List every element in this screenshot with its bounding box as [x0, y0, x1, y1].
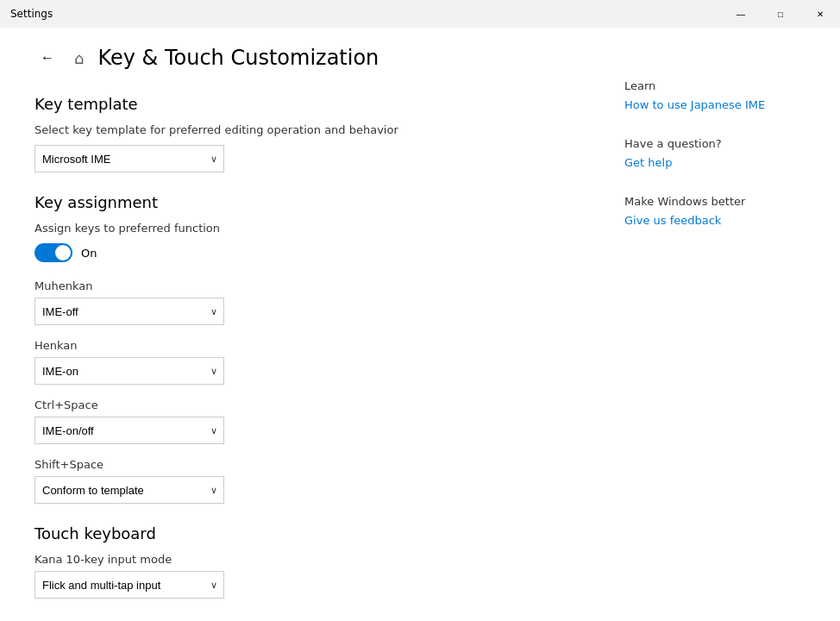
- sidebar-windows-title: Make Windows better: [624, 195, 814, 208]
- titlebar-controls: — □ ✕: [721, 0, 840, 28]
- ctrl-space-dropdown[interactable]: IME-off IME-on IME-on/off Conform to tem…: [34, 417, 224, 444]
- key-template-title: Key template: [34, 95, 564, 113]
- touch-keyboard-section: Touch keyboard Kana 10-key input mode Fl…: [34, 524, 564, 599]
- kana-field-group: Kana 10-key input mode Flick and multi-t…: [34, 553, 564, 599]
- muhenkan-dropdown[interactable]: IME-off IME-on IME-on/off Conform to tem…: [34, 298, 224, 325]
- key-assignment-section: Key assignment Assign keys to preferred …: [34, 193, 564, 504]
- shift-space-label: Shift+Space: [34, 458, 564, 471]
- minimize-button[interactable]: —: [721, 0, 761, 28]
- shift-space-dropdown-wrapper: IME-off IME-on IME-on/off Conform to tem…: [34, 476, 224, 504]
- content-area: ← ⌂ Key & Touch Customization Key templa…: [0, 28, 840, 621]
- ctrl-space-label: Ctrl+Space: [34, 398, 564, 411]
- sidebar: Learn How to use Japanese IME Have a que…: [599, 28, 840, 621]
- page-title: Key & Touch Customization: [97, 46, 379, 70]
- key-assignment-title: Key assignment: [34, 193, 564, 211]
- key-template-description: Select key template for preferred editin…: [34, 123, 564, 136]
- shift-space-dropdown[interactable]: IME-off IME-on IME-on/off Conform to tem…: [34, 476, 224, 504]
- touch-keyboard-title: Touch keyboard: [34, 524, 564, 543]
- sidebar-learn-link[interactable]: How to use Japanese IME: [624, 98, 765, 111]
- toggle-row: On: [34, 243, 564, 262]
- page-header: ← ⌂ Key & Touch Customization: [34, 45, 564, 71]
- back-icon: ←: [41, 50, 54, 66]
- window: Settings — □ ✕ ← ⌂ Key & Touch Customiza…: [0, 0, 840, 621]
- sidebar-question-section: Have a question? Get help: [624, 137, 814, 169]
- titlebar-title: Settings: [10, 8, 53, 20]
- henkan-field-group: Henkan IME-off IME-on IME-on/off Conform…: [34, 339, 564, 385]
- restore-button[interactable]: □: [761, 0, 800, 28]
- kana-label: Kana 10-key input mode: [34, 553, 564, 566]
- shift-space-field-group: Shift+Space IME-off IME-on IME-on/off Co…: [34, 458, 564, 504]
- close-button[interactable]: ✕: [800, 0, 840, 28]
- back-button[interactable]: ←: [34, 45, 60, 71]
- ctrl-space-dropdown-wrapper: IME-off IME-on IME-on/off Conform to tem…: [34, 417, 224, 444]
- titlebar: Settings — □ ✕: [0, 0, 840, 28]
- kana-dropdown-wrapper: Flick and multi-tap input Flick input on…: [34, 571, 224, 599]
- toggle-label: On: [81, 247, 97, 260]
- henkan-dropdown[interactable]: IME-off IME-on IME-on/off Conform to tem…: [34, 357, 224, 385]
- muhenkan-dropdown-wrapper: IME-off IME-on IME-on/off Conform to tem…: [34, 298, 224, 325]
- sidebar-learn-title: Learn: [624, 79, 814, 92]
- sidebar-learn-section: Learn How to use Japanese IME: [624, 79, 814, 111]
- ctrl-space-field-group: Ctrl+Space IME-off IME-on IME-on/off Con…: [34, 398, 564, 444]
- sidebar-question-title: Have a question?: [624, 137, 814, 150]
- home-icon: ⌂: [74, 49, 84, 67]
- henkan-dropdown-wrapper: IME-off IME-on IME-on/off Conform to tem…: [34, 357, 224, 385]
- kana-dropdown[interactable]: Flick and multi-tap input Flick input on…: [34, 571, 224, 599]
- muhenkan-field-group: Muhenkan IME-off IME-on IME-on/off Confo…: [34, 279, 564, 325]
- assign-description: Assign keys to preferred function: [34, 222, 564, 235]
- muhenkan-label: Muhenkan: [34, 279, 564, 292]
- henkan-label: Henkan: [34, 339, 564, 352]
- key-template-section: Key template Select key template for pre…: [34, 95, 564, 172]
- key-template-dropdown-wrapper: Microsoft IME ATOK Custom: [34, 145, 224, 172]
- main-content: ← ⌂ Key & Touch Customization Key templa…: [0, 28, 599, 621]
- sidebar-question-link[interactable]: Get help: [624, 156, 672, 169]
- sidebar-windows-link[interactable]: Give us feedback: [624, 214, 721, 227]
- key-template-dropdown[interactable]: Microsoft IME ATOK Custom: [34, 145, 224, 172]
- sidebar-windows-section: Make Windows better Give us feedback: [624, 195, 814, 227]
- key-assignment-toggle[interactable]: [34, 243, 72, 262]
